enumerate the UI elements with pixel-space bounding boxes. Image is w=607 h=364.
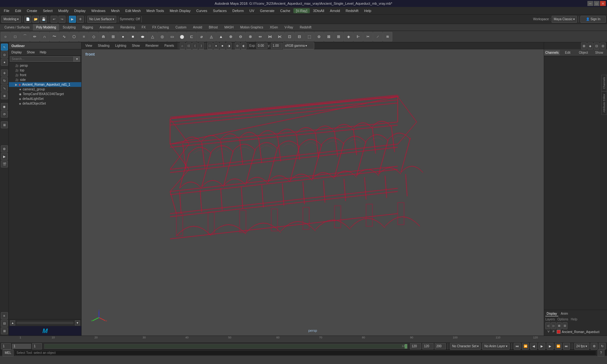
rpbot-tab-anim[interactable]: Anim bbox=[560, 311, 569, 316]
shelf-icon-poly1[interactable]: ⬡ bbox=[69, 32, 79, 41]
shelf-icon-prism[interactable]: ◬ bbox=[206, 32, 216, 41]
undo-button[interactable]: ↩ bbox=[51, 16, 58, 23]
outliner-menu-show[interactable]: Show bbox=[26, 51, 36, 54]
shelf-tab-bifrost[interactable]: Bifrost bbox=[205, 24, 221, 31]
shelf-tab-vray[interactable]: V-Ray bbox=[281, 24, 296, 31]
outliner-scrollbar[interactable] bbox=[16, 322, 74, 324]
viewport-menu-lighting[interactable]: Lighting bbox=[113, 43, 129, 48]
menu-redshift[interactable]: Redshift bbox=[343, 8, 361, 13]
start-frame-input[interactable] bbox=[1, 343, 11, 349]
shelf-icon-sphere[interactable]: ● bbox=[118, 32, 128, 41]
shelf-icon-bevel2[interactable]: ◈ bbox=[344, 32, 353, 41]
menu-uv[interactable]: UV bbox=[247, 8, 257, 13]
menu-generate[interactable]: Generate bbox=[257, 8, 277, 13]
camera-home[interactable]: ⌂ bbox=[180, 42, 185, 49]
shelf-icon-connect[interactable]: ⊩ bbox=[353, 32, 363, 41]
outliner-menu-help[interactable]: Help bbox=[39, 51, 48, 54]
shelf-icon-fill[interactable]: ⬚ bbox=[304, 32, 314, 41]
shelf-tab-fx[interactable]: FX bbox=[138, 24, 149, 31]
new-scene-button[interactable]: 📄 bbox=[24, 16, 31, 23]
rside-tab-attr-editor[interactable]: Attribute Editor bbox=[601, 92, 607, 115]
next-keyframe-button[interactable]: ▶ bbox=[547, 343, 554, 350]
menu-mesh-tools[interactable]: Mesh Tools bbox=[144, 8, 166, 13]
command-line[interactable]: Select Tool: select an object bbox=[15, 350, 596, 355]
menu-file[interactable]: File bbox=[1, 8, 12, 13]
shelf-tab-sculpting[interactable]: Sculpting bbox=[59, 24, 79, 31]
shelf-tab-rendering[interactable]: Rendering bbox=[117, 24, 138, 31]
shelf-icon-combine[interactable]: ⋈ bbox=[265, 32, 275, 41]
layer-option4[interactable]: ⊟ bbox=[562, 322, 567, 329]
rside-tab-channels[interactable]: Channels bbox=[601, 75, 607, 91]
shelf-icon-bevel[interactable]: ◇ bbox=[89, 32, 98, 41]
shelf-tab-redshift[interactable]: Redshift bbox=[297, 24, 315, 31]
sign-in-button[interactable]: 👤 Sign In bbox=[580, 16, 606, 23]
open-scene-button[interactable]: 📂 bbox=[32, 16, 39, 23]
anim-end-input[interactable] bbox=[435, 343, 446, 349]
mel-python-toggle[interactable]: MEL bbox=[3, 349, 14, 356]
shadow[interactable]: ◐ bbox=[241, 42, 247, 49]
menu-mesh-display[interactable]: Mesh Display bbox=[167, 8, 193, 13]
layer-option3[interactable]: ⊞ bbox=[557, 322, 562, 329]
outliner-item-tempcam[interactable]: ◉ TempCamFBXASC046Target bbox=[9, 92, 81, 96]
rpanel-tab-show[interactable]: Show bbox=[591, 50, 607, 55]
shelf-icon-extrude[interactable]: ⊡ bbox=[285, 32, 294, 41]
shelf-icon-bool2[interactable]: ⊖ bbox=[236, 32, 245, 41]
shelf-tab-custom[interactable]: Custom bbox=[172, 24, 189, 31]
move-tool-button[interactable]: ✛ bbox=[77, 16, 84, 23]
menu-edit[interactable]: Edit bbox=[13, 8, 24, 13]
outliner-scroll-up[interactable]: ▲ bbox=[10, 320, 15, 325]
play-button[interactable]: ▶ bbox=[538, 343, 545, 350]
camera-rewind[interactable]: ⟨⟨ bbox=[186, 42, 192, 49]
select-tool-button[interactable]: ▶ bbox=[69, 16, 76, 23]
shelf-icon-poly2[interactable]: ⌗ bbox=[79, 32, 89, 41]
viewport-menu-panels[interactable]: Panels bbox=[162, 43, 177, 48]
menu-modify[interactable]: Modify bbox=[56, 8, 71, 13]
outliner-item-default-object-set[interactable]: ◈ defaultObjectSet bbox=[9, 101, 81, 106]
rotate-tool[interactable]: ↻ bbox=[1, 77, 8, 84]
go-start-button[interactable]: ⏮ bbox=[514, 343, 521, 350]
menu-mesh[interactable]: Mesh bbox=[108, 8, 122, 13]
shelf-icon-square[interactable]: □ bbox=[10, 32, 20, 41]
outliner-item-top[interactable]: 🎥 top bbox=[9, 68, 81, 73]
menu-create[interactable]: Create bbox=[24, 8, 40, 13]
maximize-button[interactable]: □ bbox=[594, 1, 599, 6]
viewport-menu-shading[interactable]: Shading bbox=[95, 43, 112, 48]
shelf-icon-multi-cut[interactable]: ✂ bbox=[363, 32, 373, 41]
layers-menu[interactable]: Layers bbox=[545, 318, 555, 321]
next-frame-button[interactable]: ⏩ bbox=[555, 343, 562, 350]
shelf-tab-mash[interactable]: MASH bbox=[221, 24, 237, 31]
show-manip[interactable]: ⟳ bbox=[1, 111, 8, 118]
attr-editor[interactable]: ⊟ bbox=[1, 320, 8, 327]
timeline-range[interactable]: 120 bbox=[44, 344, 408, 349]
shelf-icon-mirror[interactable]: ⇔ bbox=[255, 32, 265, 41]
menu-cache[interactable]: Cache bbox=[278, 8, 293, 13]
shelf-icon-crease[interactable]: ≋ bbox=[383, 32, 392, 41]
outliner-item-default-light-set[interactable]: ◈ defaultLightSet bbox=[9, 96, 81, 101]
help-line-button[interactable]: ? bbox=[598, 349, 604, 356]
shelf-icon-circle[interactable]: ○ bbox=[1, 32, 10, 41]
viewport-main[interactable]: front bbox=[82, 49, 544, 336]
current-frame-input[interactable] bbox=[32, 343, 42, 349]
options-menu[interactable]: Options bbox=[557, 318, 568, 321]
universal-manip[interactable]: ⊕ bbox=[1, 92, 8, 99]
layer-playback[interactable]: P bbox=[552, 330, 555, 334]
no-anim-layer-selector[interactable]: No Anim Layer ▾ bbox=[482, 343, 510, 350]
frame-display[interactable]: 1 bbox=[12, 344, 31, 349]
menu-3dtoall[interactable]: 3DtoAll bbox=[310, 8, 327, 13]
menu-surfaces[interactable]: Surfaces bbox=[211, 8, 229, 13]
shelf-icon-torus[interactable]: ◎ bbox=[157, 32, 167, 41]
timeline-ruler[interactable]: 1 10 20 30 40 50 60 70 80 90 100 110 120 bbox=[9, 336, 544, 343]
shelf-icon-ffd[interactable]: ⊞ bbox=[108, 32, 118, 41]
outliner-item-front[interactable]: 🎥 front bbox=[9, 73, 81, 77]
layer-name[interactable]: Ancient_Roman_Aqueduct bbox=[562, 330, 599, 334]
minimize-button[interactable]: ─ bbox=[587, 1, 593, 6]
menu-display[interactable]: Display bbox=[72, 8, 88, 13]
outliner-search-input[interactable] bbox=[10, 56, 74, 62]
snap-to-grid[interactable]: ⊞ bbox=[1, 121, 8, 128]
shelf-tab-motion-graphics[interactable]: Motion Graphics bbox=[237, 24, 267, 31]
tool-settings[interactable]: ⊞ bbox=[1, 327, 8, 334]
menu-vray[interactable]: [V-Ray] bbox=[293, 8, 310, 13]
anim-range-end-input[interactable] bbox=[422, 343, 433, 349]
shelf-icon-bool3[interactable]: ⊗ bbox=[246, 32, 255, 41]
help-menu[interactable]: Help bbox=[571, 318, 577, 321]
